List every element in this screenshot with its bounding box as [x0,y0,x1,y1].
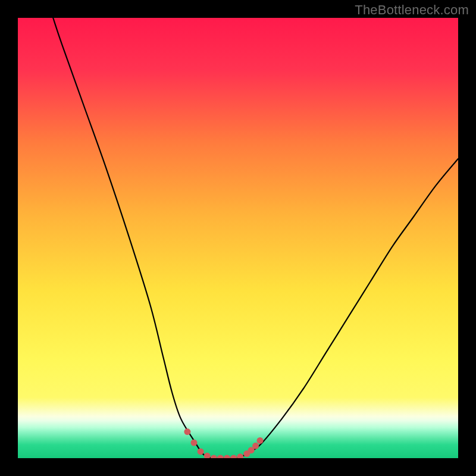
marker-dot [191,440,198,446]
watermark-text: TheBottleneck.com [355,2,469,18]
marker-dot [230,455,237,459]
marker-dot [217,455,224,459]
plot-area [18,18,458,458]
marker-dot [184,428,190,435]
marker-dot [252,443,259,449]
marker-dot [211,455,217,459]
marker-dot [204,453,211,458]
chart-frame: TheBottleneck.com [0,0,476,476]
marker-dot [257,437,264,444]
marker-dot [224,455,230,459]
optimal-range-dots [184,428,263,458]
chart-svg [18,18,458,458]
bottleneck-curve [53,18,458,458]
marker-dot [237,453,243,458]
marker-dot [198,448,204,455]
